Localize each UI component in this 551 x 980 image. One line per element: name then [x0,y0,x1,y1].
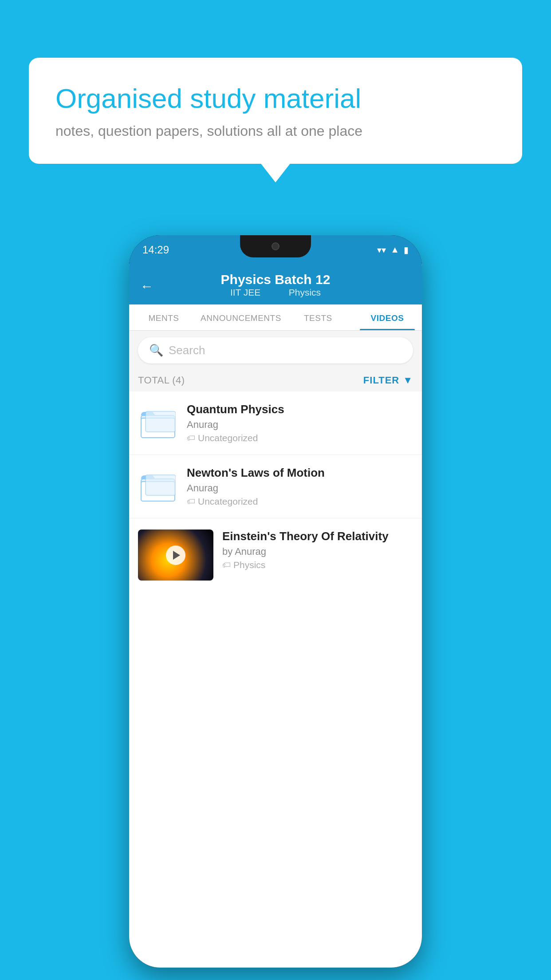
video-title-2: Newton's Laws of Motion [187,466,413,480]
battery-icon: ▮ [404,245,409,255]
camera [272,242,279,250]
bubble-subtitle: notes, question papers, solutions all at… [55,123,496,139]
list-item[interactable]: Quantum Physics Anurag 🏷 Uncategorized [129,391,422,455]
status-time: 14:29 [142,244,169,256]
tag-iit: IIT JEE [230,287,260,297]
tag-icon-1: 🏷 [187,433,195,443]
video-title-1: Quantum Physics [187,403,413,416]
filter-icon: ▼ [403,375,413,386]
tag-label-2: Uncategorized [198,496,258,507]
tab-videos[interactable]: VIDEOS [353,304,422,330]
video-author-2: Anurag [187,482,413,494]
video-author-1: Anurag [187,419,413,431]
filter-label: FILTER [363,375,399,386]
folder-thumb-1 [138,403,178,443]
tag-icon-3: 🏷 [222,560,231,570]
video-author-3: by Anurag [222,546,413,557]
search-input[interactable]: Search [169,344,205,357]
tab-ments[interactable]: MENTS [129,304,198,330]
video-tag-3: 🏷 Physics [222,560,413,570]
batch-title: Physics Batch 12 [221,272,331,287]
header-top: ← Physics Batch 12 IIT JEE Physics [140,272,411,304]
total-count: TOTAL (4) [138,375,185,386]
filter-button[interactable]: FILTER ▼ [363,375,413,386]
video-title-3: Einstein's Theory Of Relativity [222,530,413,543]
notch [240,235,311,257]
search-section: 🔍 Search [129,331,422,370]
folder-icon [140,405,176,441]
status-icons: ▾▾ ▲ ▮ [377,245,409,255]
tabs-bar: MENTS ANNOUNCEMENTS TESTS VIDEOS [129,304,422,331]
tag-label-3: Physics [233,560,265,570]
list-item[interactable]: Newton's Laws of Motion Anurag 🏷 Uncateg… [129,455,422,518]
search-bar[interactable]: 🔍 Search [138,337,413,364]
tag-icon-2: 🏷 [187,497,195,506]
speech-bubble-section: Organised study material notes, question… [29,58,522,164]
signal-icon: ▲ [390,245,399,255]
video-thumbnail-3 [138,530,213,581]
svg-rect-2 [146,411,176,432]
phone-screen: ← Physics Batch 12 IIT JEE Physics MENTS… [129,264,422,968]
tag-physics: Physics [289,287,321,297]
tag-separator [272,287,277,297]
status-bar: 14:29 ▾▾ ▲ ▮ [129,235,422,264]
filter-row: TOTAL (4) FILTER ▼ [129,370,422,391]
video-info-1: Quantum Physics Anurag 🏷 Uncategorized [187,403,413,443]
folder-thumb-2 [138,466,178,506]
back-button[interactable]: ← [140,279,153,294]
video-list: Quantum Physics Anurag 🏷 Uncategorized [129,391,422,592]
search-icon: 🔍 [149,344,163,357]
tab-announcements[interactable]: ANNOUNCEMENTS [198,304,283,330]
wifi-icon: ▾▾ [377,245,386,255]
header-title-group: Physics Batch 12 IIT JEE Physics [221,272,331,300]
folder-icon-2 [140,469,176,504]
video-info-3: Einstein's Theory Of Relativity by Anura… [222,530,413,570]
video-tag-2: 🏷 Uncategorized [187,496,413,507]
speech-bubble: Organised study material notes, question… [29,58,522,164]
phone-frame: 14:29 ▾▾ ▲ ▮ ← Physics Batch 12 IIT JEE … [129,235,422,968]
video-tag-1: 🏷 Uncategorized [187,433,413,443]
tab-tests[interactable]: TESTS [283,304,353,330]
batch-subtitle: IIT JEE Physics [221,287,331,298]
list-item[interactable]: Einstein's Theory Of Relativity by Anura… [129,518,422,592]
video-info-2: Newton's Laws of Motion Anurag 🏷 Uncateg… [187,466,413,507]
svg-rect-5 [146,475,176,495]
play-button[interactable] [166,545,185,565]
app-header: ← Physics Batch 12 IIT JEE Physics [129,264,422,304]
bubble-title: Organised study material [55,82,496,115]
tag-label-1: Uncategorized [198,433,258,443]
play-icon [173,551,180,560]
